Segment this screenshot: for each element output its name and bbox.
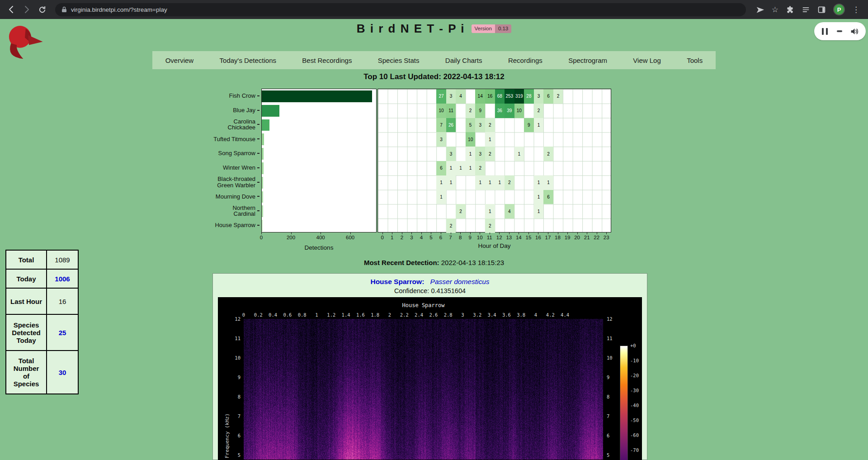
stats-value[interactable]: 30 — [47, 351, 78, 394]
heatmap-cell: 4 — [456, 89, 466, 104]
nav-item-daily-charts[interactable]: Daily Charts — [445, 57, 482, 64]
hour-tick-label: 2 — [401, 235, 403, 240]
heatmap-cell: 1 — [436, 190, 446, 204]
heatmap-cell: 26 — [446, 118, 456, 133]
spec-xtick-label: 3.2 — [473, 312, 481, 318]
nav-item-spectrogram[interactable]: Spectrogram — [568, 57, 607, 64]
browser-chrome: virginia.birdnetpi.com/?stream=play ☆ P … — [0, 0, 868, 19]
hour-tick-label: 6 — [439, 235, 442, 240]
audio-player[interactable] — [814, 22, 866, 40]
hour-tick-mark — [451, 232, 451, 234]
bar-tick-label: 200 — [287, 235, 295, 240]
spec-xtick-label: 3.8 — [517, 312, 525, 318]
spec-ytick-left: 11 — [225, 336, 241, 341]
spec-xtick-label: 0 — [242, 312, 245, 318]
stats-label: Today — [6, 269, 47, 288]
spec-xtick-label: 1 — [315, 312, 318, 318]
heatmap-cell: 5 — [466, 118, 476, 133]
nav-item-species-stats[interactable]: Species Stats — [378, 57, 420, 64]
forward-button[interactable] — [19, 2, 34, 17]
axis-tick — [257, 138, 259, 139]
hour-tick-label: 9 — [468, 235, 471, 240]
heatmap-cell: 319 — [514, 89, 524, 104]
bookmark-star-icon[interactable]: ☆ — [772, 6, 778, 14]
nav-item-today-s-detections[interactable]: Today's Detections — [220, 57, 276, 64]
heatmap-cell: 1 — [466, 161, 476, 175]
scientific-name-link[interactable]: Passer domesticus — [430, 278, 490, 285]
hour-tick-label: 3 — [410, 235, 413, 240]
heatmap-cell: 3 — [446, 89, 456, 104]
heatmap-cell: 1 — [534, 175, 544, 190]
axis-tick — [257, 110, 259, 111]
heatmap-cell: 4 — [505, 204, 514, 218]
nav-item-overview[interactable]: Overview — [165, 57, 194, 64]
spec-xtick-label: 3.4 — [488, 312, 496, 318]
url-text: virginia.birdnetpi.com/?stream=play — [71, 6, 167, 13]
colorbar-db-label: -70 — [630, 447, 639, 453]
heatmap-cell: 27 — [436, 89, 446, 104]
hour-tick-label: 23 — [604, 235, 609, 240]
hour-tick-mark — [499, 232, 500, 234]
hour-tick-label: 14 — [516, 235, 522, 240]
species-label: Mourning Dove — [137, 190, 259, 204]
hour-tick-mark — [519, 232, 519, 234]
species-link[interactable]: House Sparrow: — [370, 278, 424, 285]
bar-chart-xlabel: Detections — [261, 244, 377, 251]
volume-icon[interactable] — [850, 27, 859, 36]
heatmap-cell: 14 — [475, 89, 485, 104]
hour-tick-mark — [460, 232, 461, 234]
spec-xtick-label: 0.4 — [269, 312, 277, 318]
stats-row: Total Number of Species30 — [6, 351, 78, 394]
reading-list-icon[interactable] — [802, 5, 810, 14]
hour-tick-mark — [577, 232, 578, 234]
nav-item-view-log[interactable]: View Log — [633, 57, 660, 64]
pause-button[interactable] — [821, 28, 829, 35]
hour-tick-mark — [567, 232, 568, 234]
heatmap-cell: 253 — [505, 89, 514, 104]
spec-xtick-label: 2.4 — [415, 312, 423, 318]
hour-tick-label: 19 — [565, 235, 571, 240]
extensions-puzzle-icon[interactable] — [786, 5, 794, 14]
most-recent-value: 2022-04-13 18:15:23 — [441, 259, 504, 266]
spec-xtick-label: 2.2 — [400, 312, 409, 318]
heatmap-cell: 1 — [456, 161, 466, 175]
axis-tick — [257, 153, 259, 154]
bar-mourning-dove — [262, 191, 263, 203]
bar-winter-wren — [262, 162, 264, 174]
heatmap-cell: 1 — [534, 190, 544, 204]
bar-tick-mark — [321, 232, 321, 234]
hour-tick-mark — [548, 232, 548, 234]
profile-avatar[interactable]: P — [833, 4, 845, 15]
stats-value[interactable]: 1006 — [47, 269, 78, 288]
back-button[interactable] — [4, 2, 19, 17]
hour-tick-mark — [411, 232, 412, 234]
send-icon[interactable] — [756, 5, 764, 14]
heatmap-cell: 7 — [436, 118, 446, 133]
reload-button[interactable] — [34, 2, 50, 17]
nav-item-tools[interactable]: Tools — [687, 57, 703, 64]
browser-menu-icon[interactable]: ⋮ — [852, 6, 860, 14]
stats-value[interactable]: 25 — [47, 314, 78, 351]
address-bar[interactable]: virginia.birdnetpi.com/?stream=play — [55, 3, 746, 16]
hour-tick-label: 10 — [477, 235, 483, 240]
stats-row: Today1006 — [6, 269, 78, 288]
stats-label: Total Number of Species — [6, 351, 47, 394]
colorbar — [620, 346, 628, 460]
detection-box: House Sparrow: Passer domesticus Confide… — [212, 273, 647, 460]
spec-xtick-label: 4.4 — [561, 312, 569, 318]
nav-item-best-recordings[interactable]: Best Recordings — [302, 57, 352, 64]
nav-item-recordings[interactable]: Recordings — [508, 57, 542, 64]
heatmap-cell: 1 — [466, 147, 476, 161]
heatmap-xlabel: Hour of Day — [377, 242, 611, 249]
side-panel-icon[interactable] — [817, 5, 826, 14]
seek-handle[interactable] — [837, 30, 842, 32]
spec-ytick-left: 10 — [225, 355, 241, 360]
heatmap-cell: 39 — [505, 104, 514, 118]
species-label: House Sparrow — [137, 218, 259, 232]
spec-xtick-label: 0.2 — [254, 312, 263, 318]
hour-tick-mark — [606, 232, 607, 234]
hour-tick-mark — [421, 232, 422, 234]
spec-xtick-label: 3 — [461, 312, 464, 318]
spec-xtick-label: 1.6 — [356, 312, 365, 318]
heatmap-cell: 10 — [466, 132, 476, 147]
